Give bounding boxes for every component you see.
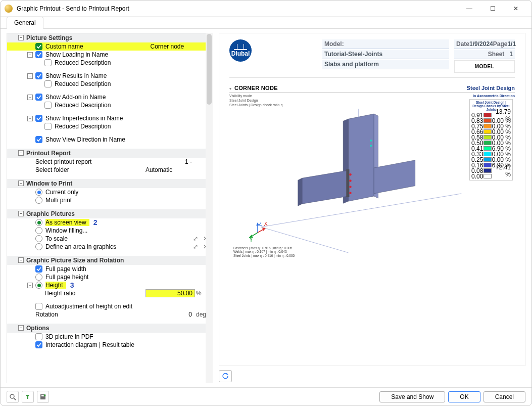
row-height-ratio[interactable]: Height ratio 50.00 % [7, 289, 212, 297]
checkbox-interaction-diagram[interactable] [35, 341, 42, 348]
row-show-imperfections-reduced[interactable]: Reduced Description [7, 122, 212, 130]
radio-window-filling[interactable] [35, 227, 42, 234]
row-select-report[interactable]: Select printout report 1 - [7, 158, 212, 166]
checkbox-show-loading[interactable] [35, 51, 42, 58]
row-select-folder[interactable]: Select folder Automatic [7, 166, 212, 174]
row-show-addon[interactable]: − Show Add-on in Name [7, 93, 212, 101]
group-label: Picture Settings [26, 34, 72, 41]
window-maximize-button[interactable]: ☐ [481, 1, 504, 17]
expand-icon[interactable]: ⤢ [192, 243, 199, 250]
svg-line-27 [14, 398, 16, 400]
window-close-button[interactable]: ✕ [504, 1, 527, 17]
collapse-icon[interactable]: − [27, 95, 33, 100]
row-rotation[interactable]: Rotation 0 deg [7, 310, 212, 319]
save-default-button[interactable] [37, 391, 49, 403]
group-picture-settings: −Picture Settings [7, 33, 212, 42]
checkbox-reduced-desc[interactable] [44, 80, 52, 87]
checkbox-autoadjustment[interactable] [35, 303, 42, 310]
collapse-icon[interactable]: − [27, 116, 33, 121]
value[interactable]: Automatic [146, 166, 195, 173]
checkbox-show-addon[interactable] [35, 94, 42, 101]
tab-general[interactable]: General [7, 17, 43, 29]
scrollbar-thumb[interactable] [207, 34, 212, 105]
radio-multi-print[interactable] [35, 197, 42, 204]
collapse-icon[interactable]: − [18, 211, 24, 216]
row-show-loading-reduced[interactable]: Reduced Description [7, 59, 212, 67]
collapse-icon[interactable]: − [27, 283, 33, 288]
collapse-icon[interactable]: − [18, 257, 24, 263]
collapse-icon[interactable]: − [27, 73, 33, 79]
label: Show View Direction in Name [45, 136, 209, 143]
row-show-view-direction[interactable]: Show View Direction in Name [7, 136, 212, 144]
checkbox-show-imperfections[interactable] [35, 115, 42, 122]
refresh-button[interactable] [219, 370, 232, 382]
row-to-scale[interactable]: To scale ⤢✕ [7, 235, 212, 243]
svg-point-26 [10, 394, 14, 398]
collapse-icon[interactable]: − [18, 35, 24, 40]
checkbox-3d-pdf[interactable] [35, 333, 42, 340]
row-show-results[interactable]: − Show Results in Name [7, 72, 212, 80]
svg-point-15 [370, 145, 372, 147]
window-minimize-button[interactable]: — [458, 1, 481, 17]
row-interaction-diagram[interactable]: Interaction diagram | Result table [7, 341, 212, 349]
group-label: Window to Print [26, 180, 72, 187]
checkbox-full-page-width[interactable] [35, 265, 42, 273]
checkbox-show-view-direction[interactable] [35, 136, 42, 143]
row-as-screen-view[interactable]: As screen view 2 [7, 218, 212, 227]
row-autoadjustment[interactable]: Autoadjustment of height on edit [7, 302, 212, 310]
label: To scale [45, 235, 192, 242]
collapse-icon[interactable]: − [18, 181, 24, 186]
row-show-imperfections[interactable]: − Show Imperfections in Name [7, 114, 212, 122]
load-default-button[interactable] [22, 391, 34, 403]
ok-button[interactable]: OK [448, 391, 480, 402]
collapse-icon[interactable]: − [27, 52, 33, 58]
height-ratio-input[interactable]: 50.00 [146, 289, 195, 297]
label: Full page width [45, 265, 209, 273]
settings-tree[interactable]: −Picture Settings Custom name Corner nod… [7, 33, 213, 383]
arrow-down-icon [24, 393, 31, 400]
svg-point-11 [349, 179, 351, 182]
checkbox-reduced-desc[interactable] [44, 59, 52, 66]
radio-height[interactable] [35, 282, 42, 289]
checkbox-reduced-desc[interactable] [44, 102, 52, 109]
refresh-icon [222, 373, 229, 380]
group-options: −Options [7, 324, 212, 333]
group-window-to-print: −Window to Print [7, 179, 212, 188]
row-custom-name[interactable]: Custom name Corner node 1 [7, 42, 212, 51]
row-3d-pdf[interactable]: 3D picture in PDF [7, 333, 212, 341]
expand-icon[interactable]: ⤢ [192, 235, 199, 242]
annotation-2: 2 [93, 218, 98, 227]
checkbox-custom-name[interactable] [35, 43, 42, 50]
radio-full-page-height[interactable] [35, 274, 42, 281]
collapse-icon[interactable]: − [18, 150, 24, 156]
row-define-area[interactable]: Define an area in graphics ⤢✕ [7, 243, 212, 251]
cancel-button[interactable]: Cancel [483, 391, 525, 402]
save-and-show-button[interactable]: Save and Show [379, 391, 445, 402]
row-multi-print[interactable]: Multi print [7, 196, 212, 204]
row-current-only[interactable]: Current only [7, 188, 212, 196]
radio-as-screen-view[interactable] [35, 219, 42, 226]
radio-define-area[interactable] [35, 243, 42, 250]
row-show-loading[interactable]: − Show Loading in Name [7, 51, 212, 59]
label: Interaction diagram | Result table [45, 341, 209, 348]
group-graphic-pictures: −Graphic Pictures [7, 209, 212, 218]
dlubal-logo: Dlubal [229, 39, 252, 62]
row-height[interactable]: − Height 3 [7, 281, 212, 289]
value[interactable]: 1 - [146, 158, 195, 165]
radio-to-scale[interactable] [35, 235, 42, 242]
checkbox-show-results[interactable] [35, 72, 42, 79]
row-full-page-width[interactable]: Full page width [7, 265, 212, 273]
checkbox-reduced-desc[interactable] [44, 123, 52, 130]
row-show-results-reduced[interactable]: Reduced Description [7, 80, 212, 88]
row-window-filling[interactable]: Window filling... [7, 227, 212, 235]
custom-name-value[interactable]: Corner node [137, 43, 187, 50]
close-icon: ✕ [513, 5, 518, 12]
radio-current-only[interactable] [35, 189, 42, 196]
rotation-value[interactable]: 0 [146, 311, 195, 318]
collapse-icon[interactable]: − [18, 325, 24, 331]
row-full-page-height[interactable]: Full page height [7, 273, 212, 281]
annotation-3: 3 [70, 281, 74, 289]
scrollbar[interactable] [206, 33, 213, 383]
help-button[interactable] [7, 391, 19, 403]
row-show-addon-reduced[interactable]: Reduced Description [7, 101, 212, 109]
